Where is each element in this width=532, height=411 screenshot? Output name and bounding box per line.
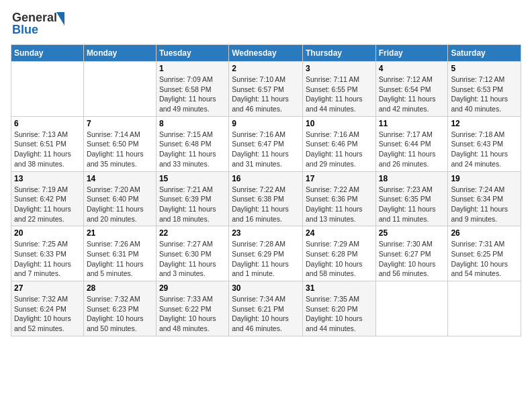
day-info: Sunrise: 7:29 AM Sunset: 6:28 PM Dayligh… bbox=[306, 239, 373, 279]
week-row-4: 20Sunrise: 7:25 AM Sunset: 6:33 PM Dayli… bbox=[11, 226, 521, 281]
day-info: Sunrise: 7:19 AM Sunset: 6:42 PM Dayligh… bbox=[14, 185, 81, 224]
calendar-cell bbox=[83, 62, 156, 117]
day-number: 18 bbox=[379, 174, 445, 183]
day-number: 8 bbox=[159, 119, 226, 128]
day-info: Sunrise: 7:33 AM Sunset: 6:22 PM Dayligh… bbox=[159, 294, 226, 334]
day-number: 12 bbox=[451, 119, 518, 128]
day-info: Sunrise: 7:17 AM Sunset: 6:44 PM Dayligh… bbox=[379, 130, 445, 169]
day-info: Sunrise: 7:13 AM Sunset: 6:51 PM Dayligh… bbox=[14, 130, 81, 169]
day-info: Sunrise: 7:34 AM Sunset: 6:21 PM Dayligh… bbox=[232, 294, 300, 334]
calendar-cell: 31Sunrise: 7:35 AM Sunset: 6:20 PM Dayli… bbox=[302, 281, 375, 336]
day-header-monday: Monday bbox=[83, 45, 156, 62]
calendar-cell: 15Sunrise: 7:21 AM Sunset: 6:39 PM Dayli… bbox=[156, 171, 228, 226]
day-header-tuesday: Tuesday bbox=[156, 45, 228, 62]
calendar-cell: 11Sunrise: 7:17 AM Sunset: 6:44 PM Dayli… bbox=[375, 116, 448, 171]
calendar: SundayMondayTuesdayWednesdayThursdayFrid… bbox=[11, 44, 521, 336]
calendar-cell: 19Sunrise: 7:24 AM Sunset: 6:34 PM Dayli… bbox=[448, 171, 521, 226]
day-number: 7 bbox=[87, 119, 153, 128]
day-number: 26 bbox=[451, 228, 518, 238]
day-number: 13 bbox=[14, 174, 81, 183]
calendar-cell: 12Sunrise: 7:18 AM Sunset: 6:43 PM Dayli… bbox=[448, 116, 521, 171]
calendar-cell: 25Sunrise: 7:30 AM Sunset: 6:27 PM Dayli… bbox=[375, 226, 448, 281]
calendar-cell: 26Sunrise: 7:31 AM Sunset: 6:25 PM Dayli… bbox=[448, 226, 521, 281]
day-number: 30 bbox=[232, 283, 300, 293]
calendar-cell: 3Sunrise: 7:11 AM Sunset: 6:55 PM Daylig… bbox=[302, 62, 375, 117]
day-number: 27 bbox=[14, 283, 81, 293]
week-row-5: 27Sunrise: 7:32 AM Sunset: 6:24 PM Dayli… bbox=[11, 281, 521, 336]
day-info: Sunrise: 7:28 AM Sunset: 6:29 PM Dayligh… bbox=[232, 239, 300, 279]
day-info: Sunrise: 7:27 AM Sunset: 6:30 PM Dayligh… bbox=[159, 239, 226, 279]
day-header-friday: Friday bbox=[375, 45, 448, 62]
calendar-cell: 1Sunrise: 7:09 AM Sunset: 6:58 PM Daylig… bbox=[156, 62, 228, 117]
calendar-cell: 14Sunrise: 7:20 AM Sunset: 6:40 PM Dayli… bbox=[83, 171, 156, 226]
calendar-cell: 22Sunrise: 7:27 AM Sunset: 6:30 PM Dayli… bbox=[156, 226, 228, 281]
day-info: Sunrise: 7:24 AM Sunset: 6:34 PM Dayligh… bbox=[451, 185, 518, 224]
day-info: Sunrise: 7:16 AM Sunset: 6:47 PM Dayligh… bbox=[232, 130, 300, 169]
day-info: Sunrise: 7:32 AM Sunset: 6:24 PM Dayligh… bbox=[14, 294, 81, 334]
calendar-cell: 28Sunrise: 7:32 AM Sunset: 6:23 PM Dayli… bbox=[83, 281, 156, 336]
day-number: 28 bbox=[87, 283, 153, 293]
day-number: 25 bbox=[379, 228, 445, 238]
calendar-cell: 4Sunrise: 7:12 AM Sunset: 6:54 PM Daylig… bbox=[375, 62, 448, 117]
day-header-saturday: Saturday bbox=[448, 45, 521, 62]
day-number: 15 bbox=[159, 174, 226, 183]
day-number: 1 bbox=[159, 64, 226, 73]
day-info: Sunrise: 7:32 AM Sunset: 6:23 PM Dayligh… bbox=[87, 294, 153, 334]
logo-svg: General Blue bbox=[11, 7, 71, 40]
day-info: Sunrise: 7:26 AM Sunset: 6:31 PM Dayligh… bbox=[87, 239, 153, 279]
day-number: 29 bbox=[159, 283, 226, 293]
calendar-cell: 16Sunrise: 7:22 AM Sunset: 6:38 PM Dayli… bbox=[229, 171, 303, 226]
day-info: Sunrise: 7:23 AM Sunset: 6:35 PM Dayligh… bbox=[379, 185, 445, 224]
calendar-cell: 6Sunrise: 7:13 AM Sunset: 6:51 PM Daylig… bbox=[11, 116, 84, 171]
day-info: Sunrise: 7:20 AM Sunset: 6:40 PM Dayligh… bbox=[87, 185, 153, 224]
calendar-cell: 2Sunrise: 7:10 AM Sunset: 6:57 PM Daylig… bbox=[229, 62, 303, 117]
day-info: Sunrise: 7:25 AM Sunset: 6:33 PM Dayligh… bbox=[14, 239, 81, 279]
calendar-cell bbox=[375, 281, 448, 336]
day-info: Sunrise: 7:12 AM Sunset: 6:54 PM Dayligh… bbox=[379, 75, 445, 114]
day-number: 14 bbox=[87, 174, 153, 183]
calendar-cell: 29Sunrise: 7:33 AM Sunset: 6:22 PM Dayli… bbox=[156, 281, 228, 336]
day-header-sunday: Sunday bbox=[11, 45, 84, 62]
page: General Blue SundayMondayTuesdayWednesda… bbox=[0, 0, 532, 343]
calendar-cell: 30Sunrise: 7:34 AM Sunset: 6:21 PM Dayli… bbox=[229, 281, 303, 336]
calendar-cell bbox=[448, 281, 521, 336]
logo: General Blue bbox=[11, 7, 71, 40]
calendar-cell: 9Sunrise: 7:16 AM Sunset: 6:47 PM Daylig… bbox=[229, 116, 303, 171]
calendar-cell: 20Sunrise: 7:25 AM Sunset: 6:33 PM Dayli… bbox=[11, 226, 84, 281]
calendar-cell: 17Sunrise: 7:22 AM Sunset: 6:36 PM Dayli… bbox=[302, 171, 375, 226]
week-row-1: 1Sunrise: 7:09 AM Sunset: 6:58 PM Daylig… bbox=[11, 62, 521, 117]
day-number: 19 bbox=[451, 174, 518, 183]
calendar-cell: 18Sunrise: 7:23 AM Sunset: 6:35 PM Dayli… bbox=[375, 171, 448, 226]
day-number: 3 bbox=[306, 64, 373, 73]
day-header-wednesday: Wednesday bbox=[229, 45, 303, 62]
day-info: Sunrise: 7:35 AM Sunset: 6:20 PM Dayligh… bbox=[306, 294, 373, 334]
svg-text:Blue: Blue bbox=[12, 23, 38, 36]
calendar-cell: 7Sunrise: 7:14 AM Sunset: 6:50 PM Daylig… bbox=[83, 116, 156, 171]
day-header-thursday: Thursday bbox=[302, 45, 375, 62]
svg-text:General: General bbox=[12, 11, 57, 24]
day-info: Sunrise: 7:15 AM Sunset: 6:48 PM Dayligh… bbox=[159, 130, 226, 169]
day-number: 20 bbox=[14, 228, 81, 238]
svg-marker-2 bbox=[56, 12, 64, 26]
day-info: Sunrise: 7:18 AM Sunset: 6:43 PM Dayligh… bbox=[451, 130, 518, 169]
day-number: 16 bbox=[232, 174, 300, 183]
day-info: Sunrise: 7:12 AM Sunset: 6:53 PM Dayligh… bbox=[451, 75, 518, 114]
day-info: Sunrise: 7:09 AM Sunset: 6:58 PM Dayligh… bbox=[159, 75, 226, 114]
day-number: 4 bbox=[379, 64, 445, 73]
day-info: Sunrise: 7:16 AM Sunset: 6:46 PM Dayligh… bbox=[306, 130, 373, 169]
day-number: 23 bbox=[232, 228, 300, 238]
day-info: Sunrise: 7:31 AM Sunset: 6:25 PM Dayligh… bbox=[451, 239, 518, 279]
day-info: Sunrise: 7:21 AM Sunset: 6:39 PM Dayligh… bbox=[159, 185, 226, 224]
header: General Blue bbox=[11, 7, 521, 40]
calendar-header-row: SundayMondayTuesdayWednesdayThursdayFrid… bbox=[11, 45, 521, 62]
day-number: 6 bbox=[14, 119, 81, 128]
calendar-cell: 5Sunrise: 7:12 AM Sunset: 6:53 PM Daylig… bbox=[448, 62, 521, 117]
calendar-cell: 24Sunrise: 7:29 AM Sunset: 6:28 PM Dayli… bbox=[302, 226, 375, 281]
week-row-3: 13Sunrise: 7:19 AM Sunset: 6:42 PM Dayli… bbox=[11, 171, 521, 226]
calendar-cell: 21Sunrise: 7:26 AM Sunset: 6:31 PM Dayli… bbox=[83, 226, 156, 281]
day-info: Sunrise: 7:22 AM Sunset: 6:36 PM Dayligh… bbox=[306, 185, 373, 224]
day-number: 11 bbox=[379, 119, 445, 128]
day-number: 9 bbox=[232, 119, 300, 128]
calendar-cell: 8Sunrise: 7:15 AM Sunset: 6:48 PM Daylig… bbox=[156, 116, 228, 171]
day-number: 21 bbox=[87, 228, 153, 238]
